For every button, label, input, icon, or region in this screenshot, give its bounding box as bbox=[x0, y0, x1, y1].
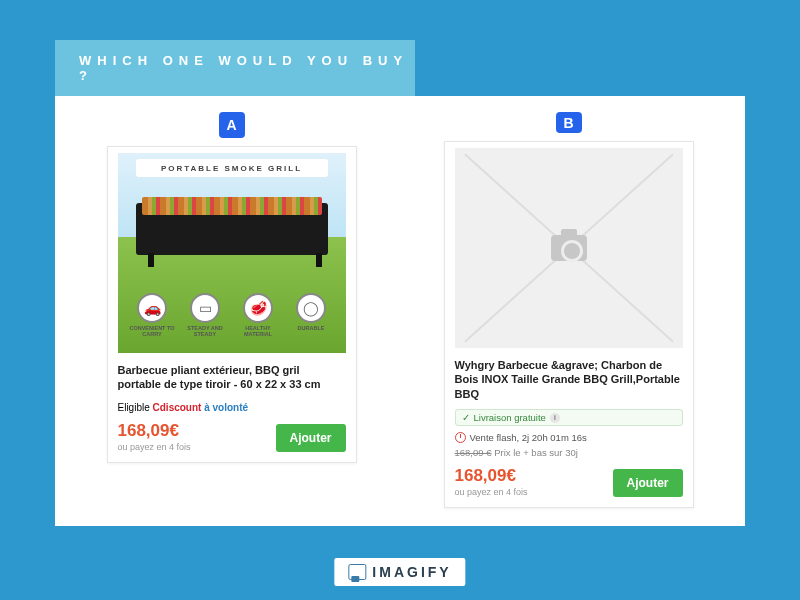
product-image-a[interactable]: PORTABLE SMOKE GRILL 🚗CONVENIENT TO CARR… bbox=[118, 153, 346, 353]
feature-row: 🚗CONVENIENT TO CARRY ▭STEADY AND STEADY … bbox=[128, 293, 336, 347]
column-b: B Wyhgry Barbecue &agrave; Charbon de Bo… bbox=[420, 112, 717, 508]
old-price-line: 168,09 € Prix le + bas sur 30j bbox=[455, 447, 683, 458]
pay4-b: ou payez en 4 fois bbox=[455, 487, 528, 497]
info-icon[interactable]: i bbox=[550, 413, 560, 423]
add-button-b[interactable]: Ajouter bbox=[613, 469, 683, 497]
price-a: 168,09€ bbox=[118, 421, 191, 441]
meat-icon: 🥩 bbox=[243, 293, 273, 323]
imagify-icon bbox=[348, 564, 366, 580]
column-a: A PORTABLE SMOKE GRILL 🚗CONVENIENT TO CA… bbox=[83, 112, 380, 508]
image-banner: PORTABLE SMOKE GRILL bbox=[136, 159, 328, 177]
badge-b: B bbox=[556, 112, 582, 133]
add-button-a[interactable]: Ajouter bbox=[276, 424, 346, 452]
camera-icon bbox=[551, 235, 587, 261]
product-card-b[interactable]: Wyhgry Barbecue &agrave; Charbon de Bois… bbox=[444, 141, 694, 508]
check-icon: ✓ bbox=[462, 412, 470, 423]
badge-a: A bbox=[219, 112, 245, 138]
brand-name: IMAGIFY bbox=[372, 564, 451, 580]
product-card-a[interactable]: PORTABLE SMOKE GRILL 🚗CONVENIENT TO CARR… bbox=[107, 146, 357, 463]
clock-icon bbox=[455, 432, 466, 443]
header-band: WHICH ONE WOULD YOU BUY ? bbox=[55, 40, 415, 96]
eligible-line: Eligible Cdiscount à volonté bbox=[118, 402, 346, 413]
flash-sale-line: Vente flash, 2j 20h 01m 16s bbox=[455, 432, 683, 443]
steady-icon: ▭ bbox=[190, 293, 220, 323]
comparison-stage: A PORTABLE SMOKE GRILL 🚗CONVENIENT TO CA… bbox=[55, 96, 745, 526]
car-icon: 🚗 bbox=[137, 293, 167, 323]
durable-icon: ◯ bbox=[296, 293, 326, 323]
product-title-a[interactable]: Barbecue pliant extérieur, BBQ gril port… bbox=[118, 363, 346, 392]
product-title-b[interactable]: Wyhgry Barbecue &agrave; Charbon de Bois… bbox=[455, 358, 683, 401]
header-question: WHICH ONE WOULD YOU BUY ? bbox=[79, 53, 415, 83]
brand-footer[interactable]: IMAGIFY bbox=[334, 558, 465, 586]
placeholder-image-b[interactable] bbox=[455, 148, 683, 348]
pay4-a: ou payez en 4 fois bbox=[118, 442, 191, 452]
price-b: 168,09€ bbox=[455, 466, 528, 486]
free-shipping-pill: ✓ Livraison gratuite i bbox=[455, 409, 683, 426]
